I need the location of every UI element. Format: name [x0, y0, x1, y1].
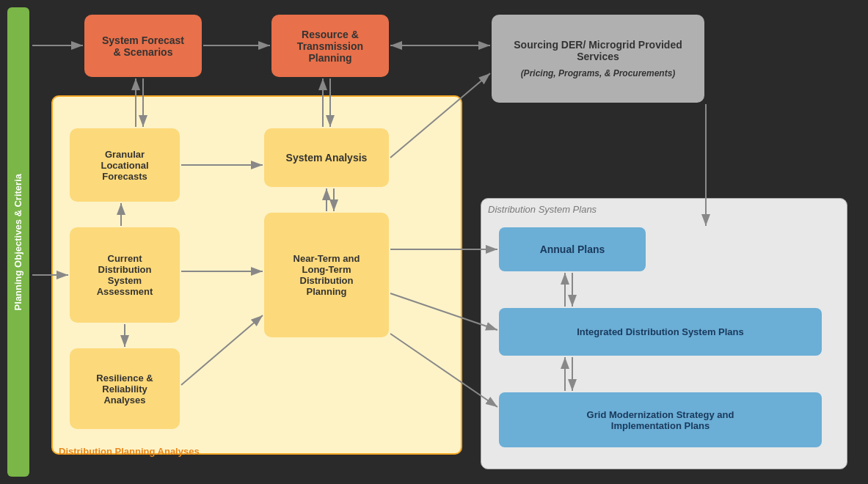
resource-transmission-box: Resource &TransmissionPlanning: [271, 15, 389, 77]
green-bar: Planning Objectives & Criteria: [7, 7, 29, 477]
sourcing-der-box: Sourcing DER/ Microgrid ProvidedServices…: [492, 15, 704, 103]
diagram-container: Planning Objectives & Criteria Distribut…: [0, 0, 868, 484]
integrated-distribution-box: Integrated Distribution System Plans: [499, 308, 822, 356]
granular-forecasts-box: GranularLocationalForecasts: [70, 128, 180, 202]
distribution-system-plans-label: Distribution System Plans: [488, 204, 597, 215]
resilience-reliability-box: Resilience &ReliabilityAnalyses: [70, 348, 180, 429]
annual-plans-box: Annual Plans: [499, 227, 646, 271]
green-bar-label: Planning Objectives & Criteria: [12, 174, 25, 310]
current-distribution-box: CurrentDistributionSystemAssessment: [70, 227, 180, 323]
grid-modernization-box: Grid Modernization Strategy andImplement…: [499, 392, 822, 447]
system-analysis-box: System Analysis: [264, 128, 389, 187]
system-forecast-box: System Forecast& Scenarios: [84, 15, 202, 77]
near-term-planning-box: Near-Term andLong-TermDistributionPlanni…: [264, 213, 389, 337]
sourcing-der-subtitle: (Pricing, Programs, & Procurements): [521, 68, 676, 78]
sourcing-der-title: Sourcing DER/ Microgrid ProvidedServices: [514, 39, 682, 62]
distribution-planning-label: Distribution Planning Analyses: [59, 446, 200, 457]
